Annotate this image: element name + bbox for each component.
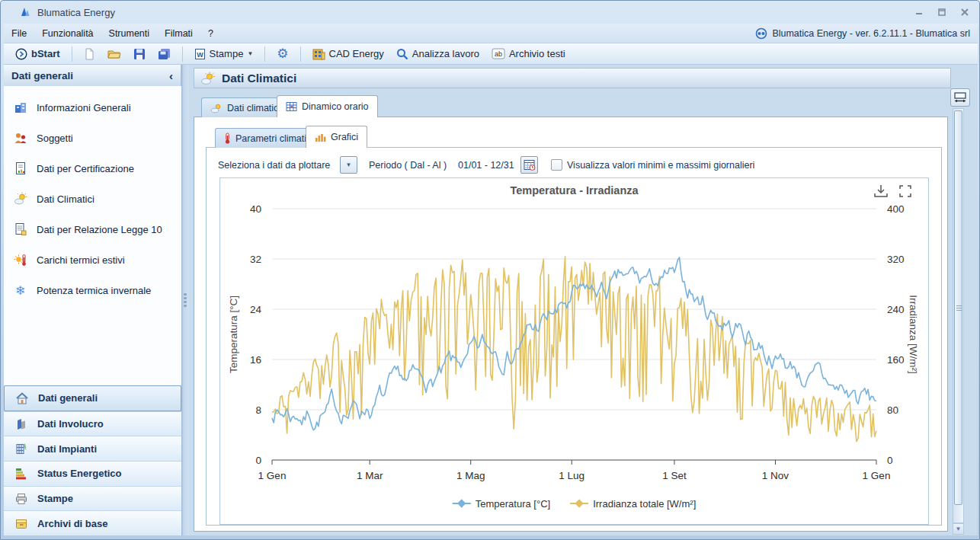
nav-archivi-di-base[interactable]: Archivi di base (4, 510, 181, 535)
sidebar-item-relazione-legge10[interactable]: Dati per Relazione Legge 10 (4, 214, 181, 244)
sidebar-splitter[interactable] (181, 65, 189, 535)
sidebar-item-dati-certificazione[interactable]: Dati per Certificazione (4, 153, 181, 184)
save-all-icon (158, 48, 171, 60)
y-left-tick-label: 0 (255, 455, 261, 466)
app-window: Blumatica Energy File Funzionalità Strum… (0, 0, 980, 540)
ab-icon: ab (492, 48, 505, 59)
x-tick-label: 1 Gen (863, 470, 891, 481)
menu-filmati[interactable]: Filmati (157, 24, 200, 43)
sidebar-item-potenza-invernale[interactable]: ❄ Potenza termica invernale (4, 275, 181, 305)
document-report-icon (14, 222, 27, 236)
y-left-tick-label: 16 (250, 354, 261, 366)
energy-class-icon (14, 467, 28, 481)
fit-width-icon (953, 91, 967, 104)
new-file-button[interactable] (80, 46, 99, 62)
x-tick-label: 1 Set (662, 470, 687, 481)
new-file-icon (84, 48, 95, 60)
menu-strumenti[interactable]: Strumenti (101, 24, 158, 43)
caret-down-icon: ▼ (247, 50, 253, 57)
maximize-button[interactable] (930, 5, 953, 19)
sun-cloud-icon (210, 103, 223, 113)
toolbar-separator (264, 46, 265, 62)
page-header: Dati Climatici (194, 68, 951, 88)
analizza-lavoro-button[interactable]: Analizza lavoro (392, 46, 483, 62)
x-tick-label: 1 Lug (559, 470, 584, 481)
x-tick-label: 1 Mag (456, 470, 485, 481)
y-right-axis-title: Irradianza [W/m²] (908, 295, 919, 374)
minmax-checkbox-label: Visualizza valori minimi e massimi giorn… (567, 160, 754, 171)
scrollbar-down-button[interactable]: ▼ (953, 523, 964, 535)
stampe-button[interactable]: W Stampe ▼ (191, 46, 258, 62)
open-folder-icon (107, 48, 121, 59)
sidebar-item-dati-climatici[interactable]: Dati Climatici (4, 184, 181, 214)
nav-dati-impianti[interactable]: Dati Impianti (4, 436, 181, 461)
document-chart-icon (14, 161, 27, 175)
settings-button[interactable]: ⚙ (273, 46, 292, 62)
word-doc-icon: W (194, 48, 206, 60)
collapse-chevron-icon[interactable]: ‹ (169, 69, 173, 82)
x-tick-label: 1 Gen (258, 470, 287, 481)
toolbar-separator (182, 46, 183, 62)
nav-status-energetico[interactable]: Status Energetico (4, 461, 181, 486)
sidebar-item-soggetti[interactable]: Soggetti (4, 123, 181, 153)
chart-title: Temperatura - Irradianza (510, 184, 639, 197)
series-irradianza-totale (272, 257, 876, 442)
y-right-tick-label: 320 (887, 254, 905, 265)
save-button[interactable] (130, 46, 149, 62)
brand-text: Blumatica Energy - ver. 6.2.11.1 - Bluma… (772, 28, 970, 39)
app-logo-icon (19, 6, 31, 18)
period-label: Periodo ( Dal - Al ) (369, 160, 447, 171)
toolbar: bStart W Stampe ▼ ⚙ CAD Energy Anali (4, 43, 978, 65)
select-data-dropdown[interactable]: ▼ (340, 156, 357, 174)
minimize-button[interactable] (908, 5, 930, 19)
sidebar-item-carichi-estivi[interactable]: Carichi termici estivi (4, 244, 181, 275)
y-left-tick-label: 24 (250, 304, 262, 315)
tab-dinamico-orario[interactable]: Dinamico orario (277, 95, 378, 117)
page-title: Dati Climatici (222, 72, 296, 85)
house-icon (15, 391, 29, 405)
calendar-button[interactable] (520, 156, 538, 174)
nav-dati-generali[interactable]: Dati generali (4, 385, 181, 411)
svg-text:Temperatura [°C]: Temperatura [°C] (476, 498, 550, 510)
nav-stampe[interactable]: Stampe (4, 486, 181, 511)
thermometer-icon (224, 133, 231, 144)
menu-funzionalita[interactable]: Funzionalità (34, 24, 101, 43)
chart-bars-icon (315, 133, 326, 142)
y-right-tick-label: 240 (887, 304, 905, 315)
legend-item[interactable]: Irradianza totale [W/m²] (570, 498, 696, 510)
cad-energy-button[interactable]: CAD Energy (309, 46, 388, 62)
x-tick-label: 1 Mar (357, 470, 383, 481)
chart-legend: Temperatura [°C]Irradianza totale [W/m²] (453, 498, 697, 510)
archivio-testi-button[interactable]: ab Archivio testi (488, 46, 569, 61)
y-right-tick-label: 400 (887, 203, 905, 215)
svg-text:W: W (197, 50, 203, 58)
search-icon (396, 48, 408, 60)
y-right-tick-label: 80 (887, 404, 898, 416)
menu-help[interactable]: ? (200, 24, 221, 43)
subtab-grafici[interactable]: Grafici (306, 126, 367, 148)
toolbar-separator (72, 46, 72, 62)
legend-item[interactable]: Temperatura [°C] (453, 498, 550, 510)
vertical-scrollbar[interactable] (953, 108, 964, 523)
scrollbar-thumb[interactable] (954, 110, 962, 505)
open-button[interactable] (104, 46, 125, 61)
y-right-tick-label: 160 (887, 354, 905, 366)
chart-expand-icon[interactable] (900, 186, 911, 197)
save-icon (133, 48, 146, 60)
svg-text:ab: ab (495, 50, 502, 58)
minmax-checkbox[interactable] (551, 159, 562, 171)
close-button[interactable] (953, 5, 976, 19)
menu-file[interactable]: File (4, 24, 34, 43)
chart-download-icon[interactable] (875, 185, 887, 197)
building-icon (14, 101, 27, 114)
nav-dati-involucro[interactable]: Dati Involucro (4, 411, 181, 436)
sidebar-item-informazioni-generali[interactable]: Informazioni Generali (4, 92, 181, 123)
sun-thermometer-icon (14, 253, 27, 267)
y-right-tick-label: 0 (887, 455, 893, 466)
bstart-button[interactable]: bStart (11, 46, 64, 62)
title-bar: Blumatica Energy (1, 1, 980, 24)
period-value[interactable]: 01/01 - 12/31 (458, 160, 514, 171)
fit-width-button[interactable] (950, 88, 970, 107)
save-all-button[interactable] (154, 46, 175, 62)
plant-icon (14, 442, 28, 455)
